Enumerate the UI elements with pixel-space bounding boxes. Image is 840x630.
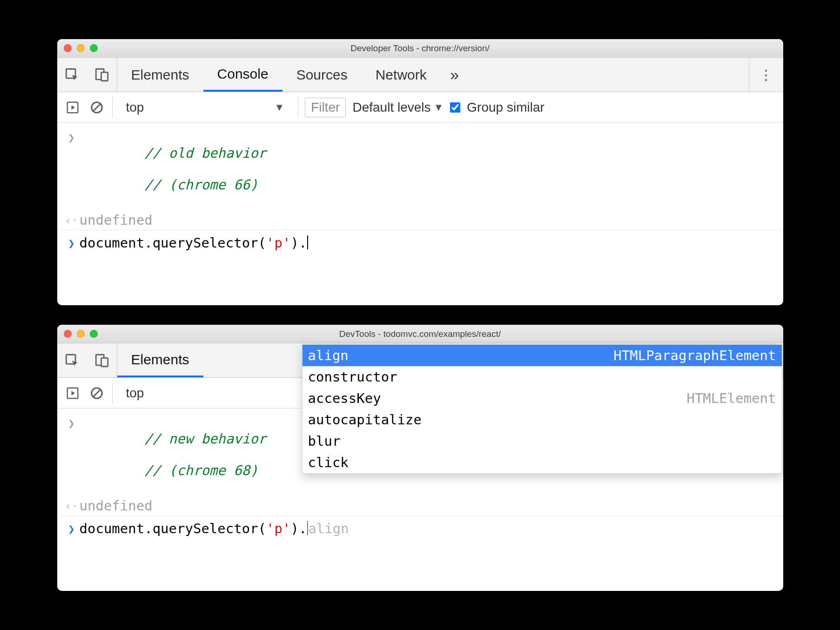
autocomplete-label: click: [308, 455, 349, 470]
window-title: Developer Tools - chrome://version/: [57, 43, 783, 54]
chevron-right-icon: ❯: [68, 417, 74, 430]
clear-icon[interactable]: [88, 101, 106, 114]
svg-rect-2: [101, 72, 108, 80]
filterbar: top ▼ Filter Default levels ▼ Group simi…: [57, 92, 783, 123]
console-row: ‹· undefined: [57, 496, 783, 516]
console-body: ❯ // old behavior // (chrome 66) ‹· unde…: [57, 123, 783, 271]
autocomplete-item[interactable]: click: [302, 452, 782, 473]
group-similar-label: Group similar: [467, 100, 544, 115]
clear-icon[interactable]: [88, 386, 106, 400]
chevron-left-icon: ‹·: [65, 500, 78, 513]
tab-elements[interactable]: Elements: [117, 343, 203, 377]
autocomplete-item[interactable]: accessKey HTMLElement: [302, 388, 782, 409]
autocomplete-label: blur: [308, 433, 341, 449]
more-tabs-button[interactable]: »: [441, 58, 469, 92]
chevron-right-icon: ❯: [68, 131, 74, 144]
context-selector[interactable]: top ▼: [119, 98, 292, 117]
autocomplete-label: accessKey: [308, 390, 381, 406]
traffic-lights: [64, 330, 98, 338]
divider: [298, 97, 298, 118]
autocomplete-hint: HTMLParagraphElement: [613, 348, 776, 363]
filter-input[interactable]: Filter: [305, 98, 346, 117]
group-similar-checkbox[interactable]: [450, 102, 460, 113]
device-icon[interactable]: [87, 343, 117, 377]
context-selector[interactable]: top: [119, 383, 151, 403]
autocomplete-popup[interactable]: align HTMLParagraphElement constructor a…: [302, 344, 782, 474]
prompt-chevron-icon: ❯: [68, 237, 74, 250]
svg-line-11: [93, 389, 100, 396]
console-row: ❯ // old behavior // (chrome 66): [57, 127, 783, 210]
tab-network[interactable]: Network: [362, 58, 441, 92]
divider: [112, 383, 113, 403]
levels-label: Default levels: [352, 100, 430, 115]
prompt-input[interactable]: document.querySelector('p').: [80, 235, 777, 251]
autocomplete-label: align: [308, 348, 349, 363]
kebab-menu-icon[interactable]: ⋮: [749, 58, 783, 92]
minimize-icon[interactable]: [77, 330, 85, 338]
close-icon[interactable]: [64, 44, 72, 52]
console-row: ‹· undefined: [57, 210, 783, 230]
comment-text: // old behavior: [144, 145, 266, 161]
autocomplete-label: constructor: [308, 369, 397, 385]
maximize-icon[interactable]: [90, 330, 98, 338]
undefined-text: undefined: [80, 498, 153, 514]
chevron-left-icon: ‹·: [65, 214, 78, 227]
autocomplete-item[interactable]: align HTMLParagraphElement: [302, 345, 782, 366]
play-icon[interactable]: [64, 386, 81, 400]
comment-text: // (chrome 68): [144, 462, 258, 478]
svg-line-5: [93, 104, 100, 111]
devtools-window-old: Developer Tools - chrome://version/ Elem…: [57, 39, 783, 305]
chevron-down-icon: ▼: [274, 101, 284, 114]
undefined-text: undefined: [80, 212, 153, 228]
inspect-icon[interactable]: [57, 58, 87, 92]
tab-console[interactable]: Console: [203, 58, 282, 92]
svg-rect-8: [101, 358, 108, 366]
chevron-down-icon: ▼: [434, 101, 444, 114]
comment-text: // (chrome 66): [144, 177, 258, 193]
minimize-icon[interactable]: [77, 44, 85, 52]
autocomplete-hint: HTMLElement: [686, 390, 776, 406]
context-label: top: [126, 100, 144, 115]
inspect-icon[interactable]: [57, 343, 87, 377]
prompt-chevron-icon: ❯: [68, 523, 74, 536]
console-prompt[interactable]: ❯ document.querySelector('p').: [57, 230, 783, 253]
console-prompt[interactable]: ❯ document.querySelector('p').align: [57, 516, 783, 538]
autocomplete-item[interactable]: blur: [302, 430, 782, 452]
titlebar[interactable]: DevTools - todomvc.com/examples/react/: [57, 325, 783, 343]
autocomplete-item[interactable]: autocapitalize: [302, 409, 782, 430]
maximize-icon[interactable]: [90, 44, 98, 52]
device-icon[interactable]: [87, 58, 117, 92]
tabs: Elements Console Sources Network »: [117, 58, 749, 92]
context-label: top: [126, 386, 144, 401]
window-title: DevTools - todomvc.com/examples/react/: [57, 329, 783, 339]
log-levels-selector[interactable]: Default levels ▼: [352, 100, 444, 115]
tab-elements[interactable]: Elements: [117, 58, 203, 92]
traffic-lights: [64, 44, 98, 52]
autocomplete-label: autocapitalize: [308, 412, 422, 428]
tabbar: Elements Console Sources Network » ⋮: [57, 58, 783, 92]
autocomplete-item[interactable]: constructor: [302, 366, 782, 388]
close-icon[interactable]: [64, 330, 72, 338]
play-icon[interactable]: [64, 101, 81, 114]
tab-sources[interactable]: Sources: [282, 58, 362, 92]
titlebar[interactable]: Developer Tools - chrome://version/: [57, 39, 783, 58]
divider: [112, 97, 113, 118]
devtools-window-new: DevTools - todomvc.com/examples/react/ E…: [57, 325, 783, 591]
comment-text: // new behavior: [144, 431, 266, 447]
prompt-input[interactable]: document.querySelector('p').align: [80, 521, 777, 536]
